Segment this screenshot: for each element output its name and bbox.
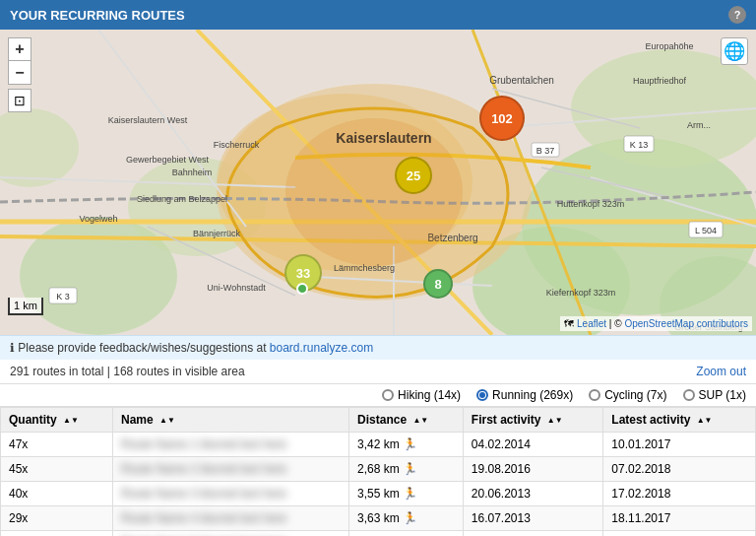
svg-text:Bännjerrück: Bännjerrück <box>193 229 241 238</box>
filter-label-running: Running (269x) <box>492 388 573 402</box>
cell-name: Route Name 1 blurred text here <box>112 433 348 457</box>
total-routes: 291 routes in total <box>10 365 103 378</box>
cluster-marker[interactable]: 8 <box>423 269 453 299</box>
leaflet-link[interactable]: Leaflet <box>577 318 606 329</box>
cell-name: Route Name 3 blurred text here <box>112 482 348 506</box>
table-row: 29xRoute Name 4 blurred text here3,63 km… <box>1 506 756 531</box>
filter-option-cycling[interactable]: Cycling (7x) <box>589 388 666 402</box>
svg-point-49 <box>285 118 463 266</box>
page-title: YOUR RECURRING ROUTES <box>10 8 185 23</box>
filter-label-sup: SUP (1x) <box>699 388 746 402</box>
osm-link[interactable]: OpenStreetMap contributors <box>624 318 748 329</box>
svg-text:Kiefernkopf 323m: Kiefernkopf 323m <box>546 288 616 298</box>
cell-name: Route Name 4 blurred text here <box>112 506 348 531</box>
zoom-out-button[interactable]: − <box>8 61 32 85</box>
zoom-in-button[interactable]: + <box>8 37 32 61</box>
zoom-out-button[interactable]: Zoom out <box>696 365 746 378</box>
map-attribution: 🗺 Leaflet | © OpenStreetMap contributors <box>560 316 752 331</box>
svg-text:Arm...: Arm... <box>687 120 711 130</box>
svg-text:K 13: K 13 <box>630 140 649 150</box>
app: YOUR RECURRING ROUTES ? <box>0 0 756 536</box>
filter-label-cycling: Cycling (7x) <box>604 388 666 402</box>
table-row: 45xRoute Name 2 blurred text here2,68 km… <box>1 457 756 482</box>
table-header: Quantity ▲▼Name ▲▼Distance ▲▼First activ… <box>1 408 756 433</box>
cell-name: Route Name 2 blurred text here <box>112 457 348 482</box>
cell-first-activity: 04.02.2014 <box>463 433 603 457</box>
radio-cycling[interactable] <box>589 389 600 401</box>
cell-latest-activity: 13.02.2013 <box>603 531 756 537</box>
cell-quantity: 40x <box>1 482 113 506</box>
filter-option-running[interactable]: Running (269x) <box>476 388 573 402</box>
svg-text:Vogelweh: Vogelweh <box>79 214 117 224</box>
radio-hiking[interactable] <box>382 389 394 401</box>
visible-routes: 168 routes in visible area <box>113 365 244 378</box>
cell-quantity: 45x <box>1 457 113 482</box>
scale-label: 1 km <box>14 300 37 311</box>
cell-latest-activity: 07.02.2018 <box>603 457 756 482</box>
sort-icon: ▲▼ <box>547 417 563 425</box>
cell-first-activity: 19.08.2016 <box>463 457 603 482</box>
sort-icon: ▲▼ <box>412 417 428 425</box>
cell-distance: 3,42 km 🏃 <box>349 433 464 457</box>
cell-distance: 5,19 km 🔄 <box>349 531 464 537</box>
sort-icon: ▲▼ <box>697 417 713 425</box>
extent-button[interactable]: ⊡ <box>8 89 32 112</box>
table-row: 40xRoute Name 3 blurred text here3,55 km… <box>1 482 756 506</box>
svg-text:Huttenkopf 323m: Huttenkopf 323m <box>557 199 625 209</box>
filter-option-hiking[interactable]: Hiking (14x) <box>382 388 461 402</box>
col-first_activity[interactable]: First activity ▲▼ <box>463 408 603 433</box>
svg-text:Hauptfriedhof: Hauptfriedhof <box>633 76 687 86</box>
filter-option-sup[interactable]: SUP (1x) <box>683 388 746 402</box>
feedback-prefix: ℹ Please provide feedback/wishes/suggest… <box>10 341 270 355</box>
col-distance[interactable]: Distance ▲▼ <box>349 408 464 433</box>
routes-info: 291 routes in total | 168 routes in visi… <box>10 365 245 378</box>
help-icon[interactable]: ? <box>728 6 746 24</box>
activity-icon: 🏃 <box>403 437 417 451</box>
sort-icon: ▲▼ <box>63 417 79 425</box>
feedback-bar: ℹ Please provide feedback/wishes/suggest… <box>0 335 756 360</box>
map-container: K 3 K 13 L 504 B 37 Kaiserslautern Grube… <box>0 30 756 335</box>
cell-first-activity: 21.08.2010 <box>463 531 603 537</box>
svg-text:Siedlung am Belzappel: Siedlung am Belzappel <box>137 194 227 204</box>
data-table: Quantity ▲▼Name ▲▼Distance ▲▼First activ… <box>0 407 756 536</box>
col-latest_activity[interactable]: Latest activity ▲▼ <box>603 408 756 433</box>
col-name[interactable]: Name ▲▼ <box>112 408 348 433</box>
activity-icon: 🏃 <box>403 487 417 501</box>
svg-text:Grubentalchen: Grubentalchen <box>489 75 554 86</box>
svg-text:Europahöhe: Europahöhe <box>645 41 693 51</box>
cell-first-activity: 20.06.2013 <box>463 482 603 506</box>
feedback-link[interactable]: board.runalyze.com <box>270 341 373 355</box>
svg-text:Uni-Wohnstadt: Uni-Wohnstadt <box>207 283 266 293</box>
activity-icon: 🏃 <box>403 511 417 525</box>
map-scale: 1 km <box>8 298 43 315</box>
radio-running[interactable] <box>476 389 488 401</box>
cell-quantity: 17x <box>1 531 113 537</box>
cell-distance: 3,63 km 🏃 <box>349 506 464 531</box>
map-controls: + − ⊡ <box>8 37 32 112</box>
table-body: 47xRoute Name 1 blurred text here3,42 km… <box>1 433 756 537</box>
svg-text:Bahnheim: Bahnheim <box>172 168 213 177</box>
radio-sup[interactable] <box>683 389 695 401</box>
svg-text:K 3: K 3 <box>56 292 70 302</box>
svg-text:Kaiserslautern West: Kaiserslautern West <box>108 115 188 125</box>
cell-latest-activity: 18.11.2017 <box>603 506 756 531</box>
cluster-marker[interactable]: 25 <box>395 157 432 194</box>
cell-quantity: 29x <box>1 506 113 531</box>
cell-distance: 3,55 km 🏃 <box>349 482 464 506</box>
filter-row: Hiking (14x)Running (269x)Cycling (7x)SU… <box>0 384 756 407</box>
col-quantity[interactable]: Quantity ▲▼ <box>1 408 113 433</box>
cell-first-activity: 16.07.2013 <box>463 506 603 531</box>
svg-text:L 504: L 504 <box>695 226 717 235</box>
cell-distance: 2,68 km 🏃 <box>349 457 464 482</box>
svg-text:B 37: B 37 <box>536 146 555 156</box>
route-dot[interactable] <box>296 283 308 295</box>
table-row: 47xRoute Name 1 blurred text here3,42 km… <box>1 433 756 457</box>
activity-icon: 🏃 <box>403 462 417 476</box>
cell-latest-activity: 10.01.2017 <box>603 433 756 457</box>
page-header: YOUR RECURRING ROUTES ? <box>0 0 756 30</box>
cell-name: Route Name 5 blurred text here <box>112 531 348 537</box>
header-row: Quantity ▲▼Name ▲▼Distance ▲▼First activ… <box>1 408 756 433</box>
info-bar: 291 routes in total | 168 routes in visi… <box>0 360 756 384</box>
globe-button[interactable]: 🌐 <box>721 37 748 65</box>
cluster-marker[interactable]: 102 <box>479 96 525 141</box>
